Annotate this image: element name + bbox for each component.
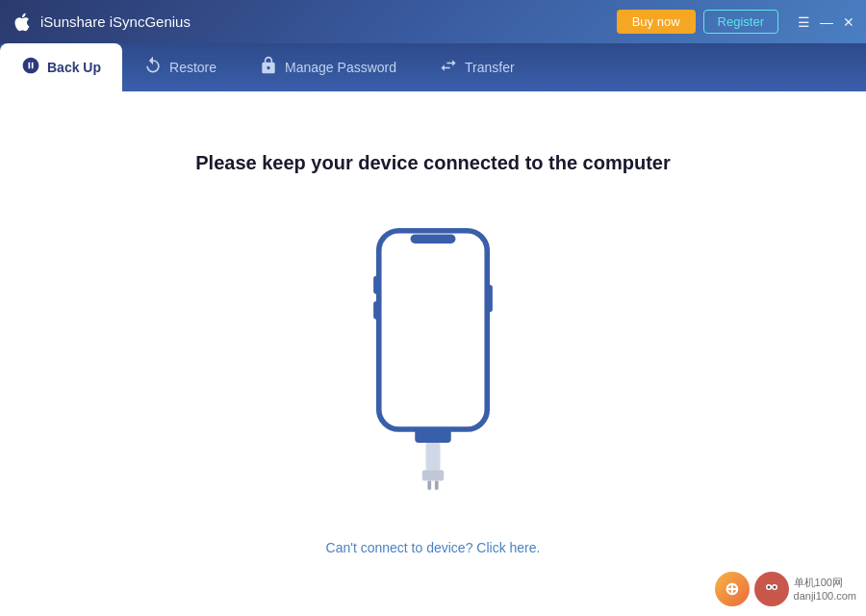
main-content: Please keep your device connected to the… [0, 91, 866, 616]
svg-rect-7 [422, 470, 445, 480]
backup-icon [21, 56, 40, 80]
main-title: Please keep your device connected to the… [195, 152, 671, 174]
watermark: ⊕ 单机100网 danji100.com [715, 572, 856, 606]
svg-rect-1 [411, 235, 456, 244]
transfer-icon [439, 56, 458, 80]
svg-rect-5 [415, 429, 451, 443]
cant-connect-link[interactable]: Can't connect to device? Click here. [326, 540, 541, 555]
svg-rect-9 [435, 480, 439, 489]
svg-rect-6 [426, 443, 441, 470]
tab-restore-label: Restore [169, 60, 216, 75]
svg-rect-3 [373, 301, 379, 320]
nav-bar: Back Up Restore Manage Password Transfer [0, 43, 866, 91]
register-button[interactable]: Register [703, 10, 778, 34]
apple-icon [12, 12, 33, 33]
tab-transfer-label: Transfer [465, 60, 515, 75]
svg-point-10 [762, 579, 781, 599]
svg-point-13 [767, 586, 770, 589]
menu-icon[interactable]: ☰ [798, 15, 810, 29]
svg-rect-0 [379, 231, 488, 429]
tab-manage-password-label: Manage Password [285, 60, 396, 75]
window-controls: ☰ — ✕ [798, 15, 854, 29]
watermark-text: 单机100网 danji100.com [794, 576, 856, 603]
password-icon [259, 56, 278, 80]
svg-point-14 [773, 586, 776, 589]
phone-illustration [361, 213, 505, 501]
tab-restore[interactable]: Restore [122, 43, 238, 91]
svg-rect-4 [487, 285, 493, 312]
minimize-button[interactable]: — [820, 15, 833, 29]
svg-rect-8 [427, 480, 431, 489]
phone-svg [361, 213, 505, 501]
app-title: iSunshare iSyncGenius [40, 13, 191, 30]
buy-now-button[interactable]: Buy now [617, 10, 696, 34]
tab-transfer[interactable]: Transfer [418, 43, 536, 91]
restore-icon [143, 56, 163, 80]
title-bar: iSunshare iSyncGenius Buy now Register ☰… [0, 0, 866, 43]
tab-backup[interactable]: Back Up [0, 43, 122, 91]
tab-manage-password[interactable]: Manage Password [238, 43, 418, 91]
close-button[interactable]: ✕ [843, 15, 854, 29]
title-bar-actions: Buy now Register ☰ — ✕ [617, 10, 854, 34]
watermark-plus-icon: ⊕ [715, 572, 750, 606]
watermark-logo [754, 572, 789, 606]
tab-backup-label: Back Up [47, 60, 101, 75]
app-logo: iSunshare iSyncGenius [12, 12, 191, 33]
svg-rect-2 [373, 276, 379, 295]
